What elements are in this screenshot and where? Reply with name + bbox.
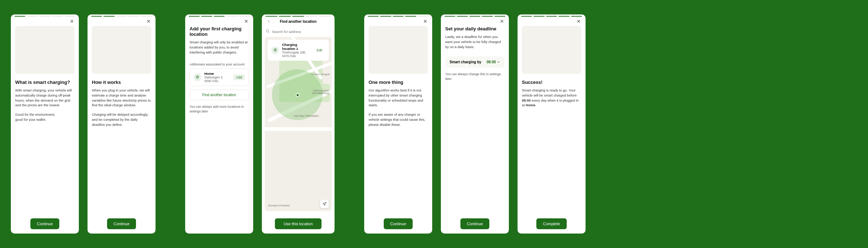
chevron-down-icon xyxy=(497,60,500,64)
close-icon[interactable]: ✕ xyxy=(69,18,75,25)
locate-me-button[interactable] xyxy=(320,200,329,208)
nav-title: Find another location xyxy=(262,17,335,26)
map[interactable]: Torshov minigolf Lilleborgbanen nærmiljø… xyxy=(265,37,332,211)
search-input[interactable] xyxy=(272,30,331,34)
address-card-home: Home Stølsvegen 3, 0590 Oslo Add xyxy=(190,68,249,86)
screen-one-more-thing: ✕ One more thing Our algorithm works bes… xyxy=(364,14,432,234)
body-text: Lastly, set a deadline for when you want… xyxy=(445,34,505,49)
use-this-location-button[interactable]: Use this location xyxy=(275,218,322,229)
location-title: Charging location 1 xyxy=(282,43,311,51)
find-another-location-button[interactable]: Find another location xyxy=(190,90,249,100)
hero-image-placeholder xyxy=(522,26,581,74)
continue-button[interactable]: Continue xyxy=(384,218,413,229)
close-icon[interactable]: ✕ xyxy=(243,18,250,25)
hero-image-placeholder xyxy=(92,26,151,74)
body-text: Smart charging is ready to go. Your vehi… xyxy=(522,88,581,108)
close-icon[interactable]: ✕ xyxy=(575,18,582,25)
address-title: Home xyxy=(204,72,230,76)
map-label: Bunnpris President xyxy=(268,204,290,207)
search-icon xyxy=(265,28,270,35)
selected-location-card: Charging location 1 Torshovgata 16B, 047… xyxy=(268,40,329,61)
section-label: Addresses associated to your account xyxy=(190,63,249,66)
page-heading: Success! xyxy=(522,80,581,85)
hero-image-placeholder xyxy=(369,26,428,74)
hint-text: You can always change this in settings l… xyxy=(445,72,505,81)
pin-icon xyxy=(193,73,201,81)
search-row[interactable] xyxy=(262,26,335,37)
page-heading: What is smart charging? xyxy=(15,80,75,85)
body-text-2: Charging will be delayed accordingly, an… xyxy=(92,112,151,127)
screen-what-is-smart-charging: ✕ What is smart charging? With smart cha… xyxy=(11,14,79,234)
pin-icon xyxy=(271,46,279,54)
map-label: Oslo Nye Trikkestallen xyxy=(294,115,319,117)
close-icon[interactable]: ✕ xyxy=(499,18,505,25)
screen-success: ✕ Success! Smart charging is ready to go… xyxy=(518,14,586,234)
page-heading: Set your daily deadline xyxy=(445,26,505,31)
deadline-time-value: 08:00 xyxy=(486,60,496,64)
deadline-card: Smart charging by 08:00 xyxy=(445,56,505,68)
address-subtitle: Stølsvegen 3, 0590 Oslo xyxy=(204,76,230,83)
hint-text: You can always add more locations in set… xyxy=(190,104,249,114)
continue-button[interactable]: Continue xyxy=(460,218,489,229)
screen-add-first-location: ✕ Add your first charging location Smart… xyxy=(185,14,253,234)
body-text-2: If you are aware of any charger or vehic… xyxy=(369,112,428,127)
svg-marker-3 xyxy=(323,202,327,206)
deadline-time-picker[interactable]: 08:00 xyxy=(486,60,500,64)
map-label: Lilleborgbanen nærmiljøanlegg xyxy=(308,89,329,94)
page-heading: Add your first charging location xyxy=(190,26,249,37)
edit-location-button[interactable]: Edit xyxy=(314,47,325,53)
map-pin xyxy=(296,93,299,97)
close-icon[interactable]: ✕ xyxy=(145,18,152,25)
body-text-1: When you plug in your vehicle, we will e… xyxy=(92,88,151,108)
screen-find-location-map: Find another location Torshov minigolf L… xyxy=(262,14,335,234)
body-text: Smart charging will only be enabled at l… xyxy=(190,40,249,55)
svg-line-2 xyxy=(268,32,269,33)
svg-point-4 xyxy=(275,50,276,51)
back-icon[interactable] xyxy=(265,18,272,25)
add-address-button[interactable]: Add xyxy=(233,74,245,80)
location-subtitle: Torshovgata 16B, 0476 Oslo xyxy=(282,51,311,58)
body-text-1: Our algorithm works best if it is not in… xyxy=(369,88,428,108)
svg-point-1 xyxy=(266,30,269,32)
body-text-2: Good for the environment, good for your … xyxy=(15,112,75,122)
continue-button[interactable]: Continue xyxy=(30,218,59,229)
screen-how-it-works: ✕ How it works When you plug in your veh… xyxy=(88,14,156,234)
complete-button[interactable]: Complete xyxy=(536,218,566,229)
close-icon[interactable]: ✕ xyxy=(422,18,429,25)
page-heading: One more thing xyxy=(369,80,428,85)
continue-button[interactable]: Continue xyxy=(107,218,136,229)
screen-set-deadline: ✕ Set your daily deadline Lastly, set a … xyxy=(441,14,509,234)
hero-image-placeholder xyxy=(15,26,75,74)
deadline-label: Smart charging by xyxy=(450,60,481,64)
body-text-1: With smart charging, your vehicle will a… xyxy=(15,88,75,108)
svg-point-0 xyxy=(197,77,198,78)
map-label: Torshov minigolf xyxy=(311,73,329,76)
page-heading: How it works xyxy=(92,80,151,85)
